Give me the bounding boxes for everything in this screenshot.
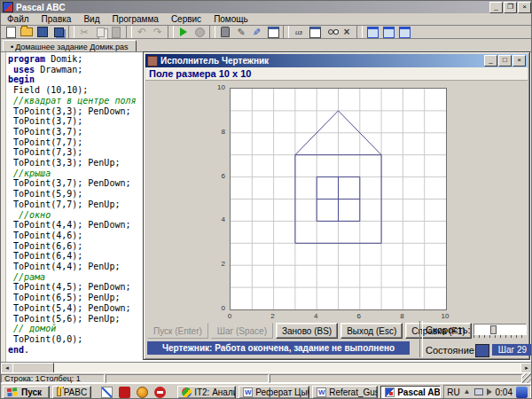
- io-sample-button[interactable]: из: [291, 26, 307, 38]
- code-token: //крыша: [8, 168, 51, 178]
- close-file-button[interactable]: [339, 26, 355, 38]
- taskbar-window-button[interactable]: Pascal ABC: [380, 386, 441, 399]
- restore-button[interactable]: ❐: [504, 2, 517, 13]
- agent-tray-icon[interactable]: ▲: [464, 388, 471, 395]
- pascal-icon: [385, 387, 395, 397]
- code-token: ToPoint(6,6);: [8, 241, 82, 251]
- panel-separator: [419, 321, 423, 357]
- clock[interactable]: 0:04: [496, 387, 512, 397]
- redo-icon: [153, 27, 162, 37]
- code-token: program: [8, 54, 45, 64]
- start-button[interactable]: Пуск: [3, 386, 50, 399]
- save-all-button[interactable]: [51, 26, 66, 38]
- taskbar-window-button[interactable]: IT2: Анализ и сам...: [177, 386, 236, 399]
- code-area[interactable]: program Domik; uses Drawman;begin Field …: [8, 54, 137, 355]
- system-tray: RU ▲ 0:04: [443, 385, 531, 399]
- copy-button: [92, 26, 108, 38]
- menu-file[interactable]: Файл: [1, 14, 35, 24]
- code-line: ToPoint(4,6);: [8, 231, 137, 241]
- guard-icon[interactable]: [154, 387, 166, 398]
- new-file-button[interactable]: [3, 26, 19, 38]
- messenger-tray-icon[interactable]: [516, 387, 528, 398]
- statusbar-panel-2: [106, 374, 269, 383]
- menu-service[interactable]: Сервис: [165, 14, 207, 24]
- watch-button[interactable]: [323, 26, 339, 38]
- menu-program[interactable]: Программа: [106, 14, 164, 24]
- code-token: ToPoint(0,0);: [8, 334, 82, 344]
- show-window-button[interactable]: [307, 26, 323, 38]
- shortcut-doc-icon[interactable]: [101, 387, 113, 398]
- close-button[interactable]: ×: [518, 2, 531, 13]
- acrobat-reader-icon[interactable]: [119, 387, 130, 398]
- close-file-icon: [343, 27, 349, 37]
- code-line: begin: [8, 74, 137, 85]
- code-line: program Domik;: [8, 54, 137, 65]
- code-token: end: [8, 345, 24, 355]
- drawman-window-icon: [147, 56, 158, 66]
- menu-help[interactable]: Помощь: [207, 14, 254, 24]
- executor-turtle-button[interactable]: [249, 26, 265, 38]
- module-task-icon: [268, 27, 279, 38]
- code-token: ToPoint(6,4);: [8, 251, 82, 261]
- tile-windows-button[interactable]: [380, 26, 396, 38]
- drawing-field: [230, 88, 447, 310]
- code-token: // домой: [8, 324, 56, 333]
- volume-tray-icon[interactable]: [487, 388, 492, 395]
- step-button: Шаг (Space): [211, 323, 273, 339]
- stop-button: [192, 26, 207, 38]
- executor-robot-button[interactable]: [217, 26, 233, 38]
- globe-icon: [182, 387, 192, 397]
- network-tray-icon[interactable]: [474, 388, 483, 395]
- taskbar-window-button[interactable]: Реферат Цыбико...: [239, 386, 309, 399]
- speed-slider-thumb[interactable]: [490, 325, 497, 334]
- drawman-maximize-button[interactable]: □: [498, 55, 512, 66]
- code-token: ToPoint(7,7);: [8, 137, 82, 147]
- menu-edit[interactable]: Правка: [35, 14, 78, 24]
- antivirus-icon[interactable]: [137, 387, 148, 398]
- toolbar-separator: [168, 26, 174, 38]
- word-icon: [243, 387, 253, 397]
- code-token: ToPoint(3,7);: [8, 116, 82, 126]
- language-indicator[interactable]: RU: [447, 387, 459, 397]
- restart-button[interactable]: Заново (BS): [276, 323, 338, 339]
- state-indicator: [475, 344, 489, 357]
- code-token: ToPoint(3,3); PenDown;: [8, 106, 130, 116]
- arrange-windows-button[interactable]: [396, 26, 412, 38]
- x-axis-tick-label: 4: [309, 312, 322, 320]
- cut-icon: [80, 27, 88, 37]
- code-line: ToPoint(5,6); PenUp;: [8, 314, 137, 325]
- drawman-window[interactable]: Исполнитель Чертежник _ □ × Поле размера…: [143, 51, 530, 360]
- titlebar[interactable]: Pascal ABC _ ❐ ×: [1, 1, 532, 13]
- minimize-button[interactable]: _: [489, 2, 503, 13]
- drawman-titlebar[interactable]: Исполнитель Чертежник _ □ ×: [145, 54, 528, 67]
- window-title: Pascal ABC: [16, 3, 489, 12]
- state-label: Состояние:: [426, 345, 477, 356]
- executor-drawman-button[interactable]: [233, 26, 249, 38]
- code-token: ToPoint(7,7); PenUp;: [8, 200, 120, 209]
- run-button[interactable]: [176, 26, 192, 38]
- exit-button[interactable]: Выход (Esc): [340, 323, 403, 339]
- menu-view[interactable]: Вид: [77, 14, 106, 24]
- code-token: //квадрат в центре поля: [8, 96, 137, 106]
- code-token: ToPoint(5,6); PenUp;: [8, 314, 120, 324]
- code-token: Domik;: [45, 54, 82, 64]
- drawman-close-button[interactable]: ×: [512, 55, 526, 66]
- taskbar-window-button[interactable]: Referat_Guseva_...: [312, 386, 378, 399]
- taskbar-folder-button[interactable]: PABC: [52, 386, 91, 399]
- drawman-minimize-button[interactable]: _: [484, 55, 497, 66]
- executor-turtle-icon: [253, 27, 261, 37]
- save-button[interactable]: [35, 26, 51, 38]
- step-counter-badge: Шаг 29: [492, 344, 532, 356]
- code-line: ToPoint(3,3); PenDown;: [8, 106, 137, 117]
- module-task-button[interactable]: [265, 26, 281, 38]
- code-line: //рама: [8, 272, 137, 283]
- cascade-windows-button[interactable]: [364, 26, 380, 38]
- speed-slider[interactable]: [473, 324, 527, 335]
- drawman-status-message: Чертежник: Работа окончена, задание не в…: [147, 341, 410, 355]
- code-token: .: [24, 345, 29, 355]
- code-line: ToPoint(4,5); PenDown;: [8, 282, 137, 293]
- speed-label: Скорость:: [426, 325, 471, 335]
- open-file-button[interactable]: [19, 26, 35, 38]
- code-token: Drawman;: [35, 65, 82, 74]
- x-axis-tick-label: 0: [223, 312, 236, 320]
